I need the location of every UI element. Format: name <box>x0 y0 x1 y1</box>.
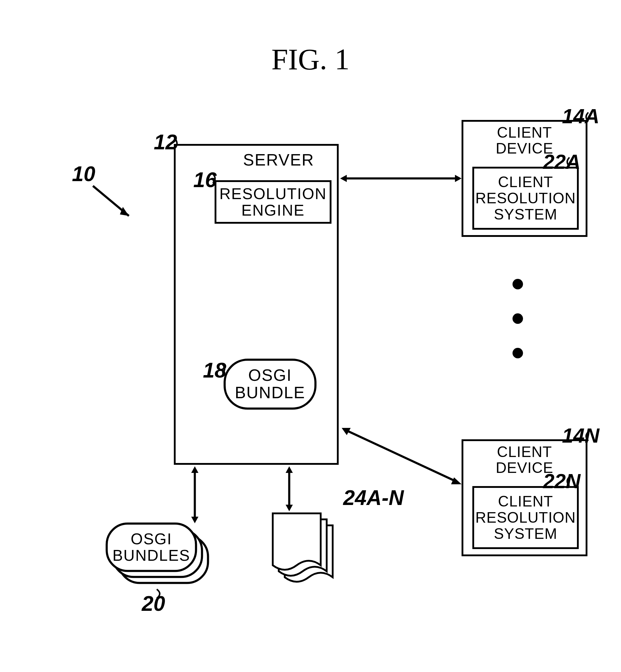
resolution-engine-box: RESOLUTIONENGINE <box>215 180 331 224</box>
ref-leader-12-icon <box>169 136 184 151</box>
client-a-resolution-system: CLIENTRESOLUTIONSYSTEM <box>472 167 579 230</box>
ref-leader-20-icon <box>155 588 167 600</box>
client-device-n-box: CLIENTDEVICE CLIENTRESOLUTIONSYSTEM <box>462 439 587 556</box>
svg-text:BUNDLES: BUNDLES <box>112 547 190 564</box>
ref-leader-18-icon <box>218 363 230 375</box>
dot-icon <box>512 279 523 289</box>
arrow-server-to-docs-icon <box>283 466 295 511</box>
ref-label-24: 24A-N <box>343 486 404 510</box>
ref-leader-22n-icon <box>562 475 574 487</box>
dot-icon <box>512 313 523 324</box>
arrow-server-to-client-n-icon <box>340 425 462 486</box>
documents-24-icon <box>259 510 336 588</box>
diagram-page: FIG. 1 10 SERVER RESOLUTIONENGINE OSGIBU… <box>0 0 621 672</box>
svg-text:OSGI: OSGI <box>131 530 172 548</box>
server-label: SERVER <box>243 150 314 169</box>
osgi-bundle-18-box: OSGIBUNDLE <box>223 359 317 409</box>
svg-marker-8 <box>191 466 198 473</box>
svg-marker-14 <box>340 175 347 182</box>
ref-arrow-10-icon <box>90 177 138 225</box>
svg-line-16 <box>346 430 457 482</box>
client-n-resolution-system: CLIENTRESOLUTIONSYSTEM <box>472 486 579 549</box>
svg-marker-15 <box>455 175 462 182</box>
figure-title: FIG. 1 <box>0 42 621 76</box>
osgi-bundles-20-icon: OSGI BUNDLES <box>105 522 210 585</box>
ellipsis-dots-icon <box>512 279 523 358</box>
server-box: SERVER RESOLUTIONENGINE OSGIBUNDLE <box>174 144 339 465</box>
dot-icon <box>512 348 523 358</box>
svg-marker-11 <box>286 466 293 473</box>
svg-marker-18 <box>451 477 462 484</box>
ref-leader-14a-icon <box>581 111 593 123</box>
arrow-server-to-bundles-icon <box>189 466 201 523</box>
ref-leader-16-icon <box>208 172 220 185</box>
svg-marker-9 <box>191 517 198 523</box>
svg-marker-12 <box>286 505 293 511</box>
client-device-a-box: CLIENTDEVICE CLIENTRESOLUTIONSYSTEM <box>462 120 587 237</box>
ref-leader-14n-icon <box>581 430 593 442</box>
ref-leader-22a-icon <box>562 156 574 168</box>
arrow-server-to-client-a-icon <box>340 172 462 185</box>
